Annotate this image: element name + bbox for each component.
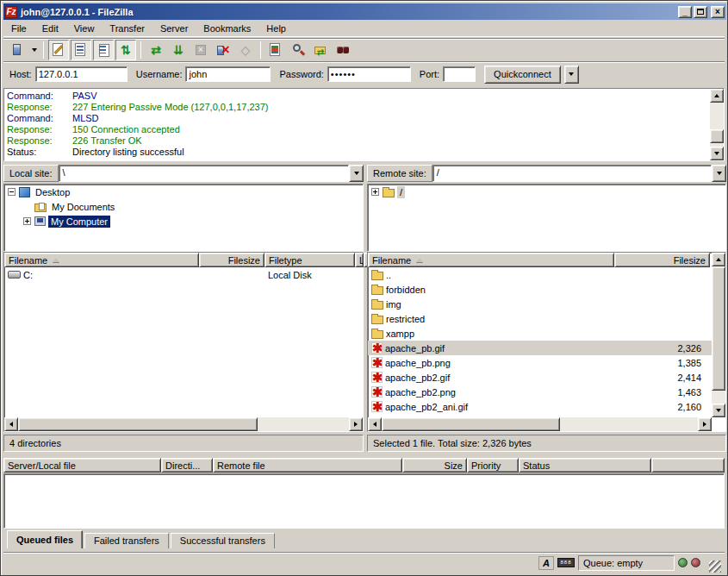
- remote-hscrollbar[interactable]: [368, 417, 712, 431]
- column-header-priority[interactable]: Priority: [467, 458, 519, 473]
- local-file-list: FilenameFilesizeFiletypeL C:Local Disk: [3, 252, 364, 432]
- username-input[interactable]: [185, 66, 271, 82]
- table-row[interactable]: ✱apache_pb2.gif2,414: [368, 370, 712, 385]
- scroll-left-button[interactable]: [368, 417, 382, 431]
- tab-successful-transfers[interactable]: Successful transfers: [171, 533, 275, 548]
- remote-vscrollbar[interactable]: [712, 253, 725, 417]
- menu-bookmarks[interactable]: Bookmarks: [196, 22, 258, 35]
- menu-help[interactable]: Help: [258, 22, 294, 35]
- toolbar: ⇅⇄⇊××◇⇄: [3, 38, 725, 61]
- window-title: john@127.0.0.1 - FileZilla: [21, 7, 676, 17]
- log-scrollbar[interactable]: [710, 89, 724, 160]
- reconnect-button[interactable]: ◇: [235, 40, 256, 60]
- log-line: Command:MLSD: [7, 113, 710, 124]
- directory-comparison-button[interactable]: [265, 40, 286, 60]
- maximize-button[interactable]: [694, 6, 707, 18]
- site-manager-button[interactable]: [7, 40, 28, 60]
- remote-site-value[interactable]: /: [432, 165, 712, 182]
- table-row[interactable]: xampp: [368, 326, 712, 341]
- find-files-button[interactable]: [288, 40, 308, 60]
- quickconnect-button[interactable]: Quickconnect: [484, 66, 561, 84]
- column-header-l[interactable]: L: [355, 253, 364, 267]
- cancel-operation-icon: ×: [193, 42, 208, 58]
- table-row[interactable]: restricted: [368, 311, 712, 326]
- filter-button[interactable]: [333, 40, 353, 60]
- column-header-remotefile[interactable]: Remote file: [213, 458, 402, 473]
- column-header-status[interactable]: Status: [519, 458, 651, 473]
- plus-expander[interactable]: [23, 217, 31, 225]
- scroll-down-button[interactable]: [712, 404, 725, 417]
- column-header-filename[interactable]: Filename: [4, 253, 199, 267]
- scroll-thumb[interactable]: [710, 129, 724, 143]
- local-tree-item[interactable]: My Computer: [4, 214, 363, 229]
- filename-cell: restricted: [368, 314, 614, 324]
- column-header-filetype[interactable]: Filetype: [264, 253, 355, 267]
- process-queue-button[interactable]: ⇊: [168, 40, 189, 60]
- local-site-value[interactable]: \: [59, 165, 349, 182]
- table-row[interactable]: ✱apache_pb.gif2,326: [368, 341, 712, 355]
- password-input[interactable]: [327, 66, 411, 82]
- site-manager-dropdown[interactable]: [28, 40, 40, 60]
- local-status-text: 4 directories: [3, 435, 364, 452]
- toggle-local-tree-button[interactable]: [71, 40, 91, 60]
- toggle-message-log-button[interactable]: [48, 40, 69, 60]
- scroll-thumb[interactable]: [712, 266, 725, 391]
- local-site-dropdown[interactable]: [349, 165, 364, 182]
- column-header-filesize[interactable]: Filesize: [199, 253, 264, 267]
- table-row[interactable]: ✱apache_pb.png1,385: [368, 355, 712, 370]
- minimize-button[interactable]: _: [678, 6, 692, 18]
- menu-view[interactable]: View: [66, 22, 103, 35]
- toggle-remote-tree-button[interactable]: [93, 40, 114, 60]
- table-row[interactable]: img: [368, 297, 712, 311]
- table-row[interactable]: C:Local Disk: [4, 267, 363, 282]
- scroll-right-button[interactable]: [349, 417, 363, 431]
- filename-cell: C:: [4, 270, 199, 280]
- disconnect-button[interactable]: ×: [213, 40, 233, 60]
- close-button[interactable]: ×: [711, 6, 725, 18]
- toggle-transfer-queue-button[interactable]: ⇅: [115, 40, 136, 60]
- log-line: Response:226 Transfer OK: [7, 135, 710, 147]
- remote-site-combo[interactable]: /: [432, 165, 726, 182]
- local-tree-item[interactable]: My Documents: [4, 199, 363, 214]
- cancel-operation-button[interactable]: ×: [190, 40, 211, 60]
- toggle-local-tree-icon: [73, 42, 89, 58]
- quickconnect-dropdown[interactable]: [564, 66, 579, 84]
- minus-expander[interactable]: [8, 188, 16, 196]
- scroll-down-button[interactable]: [710, 147, 724, 160]
- remote-list-header: FilenameFilesize: [368, 253, 712, 267]
- remote-site-dropdown[interactable]: [712, 165, 726, 182]
- table-row[interactable]: ✱apache_pb2.png1,463: [368, 385, 712, 399]
- menu-transfer[interactable]: Transfer: [102, 22, 152, 35]
- local-hscrollbar[interactable]: [4, 417, 363, 431]
- local-tree-item[interactable]: Desktop: [4, 185, 363, 199]
- synchronized-browsing-button[interactable]: ⇄: [310, 40, 331, 60]
- local-site-combo[interactable]: \: [59, 165, 364, 182]
- menu-server[interactable]: Server: [152, 22, 196, 35]
- scroll-thumb[interactable]: [382, 417, 560, 431]
- table-row[interactable]: ✱apache_pb2_ani.gif2,160: [368, 399, 712, 414]
- tab-failed-transfers[interactable]: Failed transfers: [84, 533, 169, 548]
- scroll-up-button[interactable]: [710, 89, 724, 103]
- table-row[interactable]: forbidden: [368, 282, 712, 297]
- filesize-cell: 1,385: [614, 358, 705, 368]
- scroll-right-button[interactable]: [698, 417, 712, 431]
- menu-edit[interactable]: Edit: [34, 22, 66, 35]
- column-header-directi[interactable]: Directi...: [161, 458, 213, 473]
- tab-queued-files[interactable]: Queued files: [7, 530, 83, 548]
- table-row[interactable]: ..: [368, 267, 712, 282]
- column-header-filesize[interactable]: Filesize: [614, 253, 710, 267]
- scroll-thumb[interactable]: [18, 417, 258, 431]
- refresh-button[interactable]: ⇄: [146, 40, 166, 60]
- column-header-serverlocalfile[interactable]: Server/Local file: [3, 458, 161, 473]
- remote-tree-item[interactable]: /: [368, 185, 725, 199]
- scroll-left-button[interactable]: [4, 417, 18, 431]
- plus-expander[interactable]: [371, 188, 379, 196]
- resize-grip[interactable]: [709, 560, 721, 573]
- host-input[interactable]: [35, 66, 128, 82]
- column-header-filename[interactable]: Filename: [368, 253, 614, 267]
- port-input[interactable]: [443, 66, 476, 82]
- menu-file[interactable]: File: [3, 22, 34, 35]
- scroll-up-button[interactable]: [712, 253, 725, 266]
- column-header-size[interactable]: Size: [402, 458, 467, 473]
- log-line-label: Status:: [7, 147, 72, 158]
